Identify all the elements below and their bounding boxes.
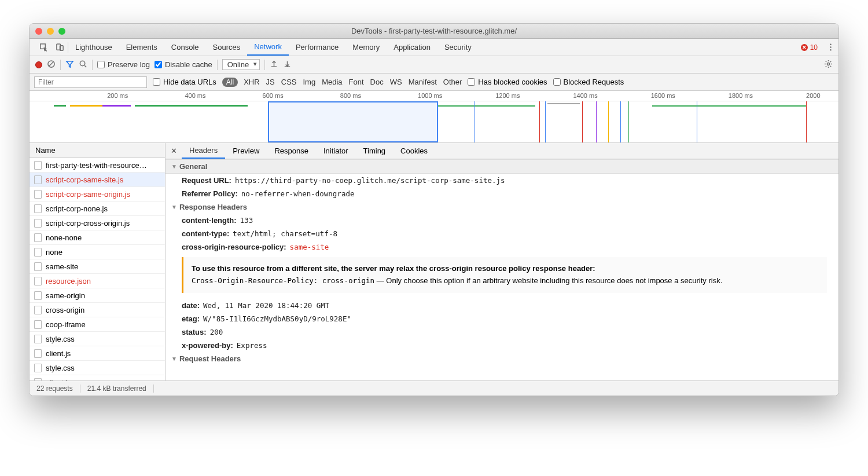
timeline-tick: 200 ms [107, 92, 128, 99]
titlebar: DevTools - first-party-test-with-resourc… [30, 24, 838, 39]
request-row[interactable]: same-site [30, 259, 165, 274]
error-icon: ✕ [801, 44, 808, 51]
request-row[interactable]: same-origin [30, 288, 165, 303]
file-icon [34, 291, 42, 300]
request-row[interactable]: client.js [30, 346, 165, 361]
response-header-row: etag:W/"85-I1lI6GczMydbABS0yD/9roL928E" [165, 312, 838, 325]
type-filter-js[interactable]: JS [266, 78, 275, 86]
preserve-log-checkbox[interactable]: Preserve log [97, 60, 150, 69]
type-filter-xhr[interactable]: XHR [244, 78, 259, 86]
response-header-row: date:Wed, 11 Mar 2020 18:44:20 GMT [165, 299, 838, 312]
network-toolbar: Preserve log Disable cache Online [30, 56, 838, 74]
hide-data-urls-checkbox[interactable]: Hide data URLs [153, 78, 216, 86]
timeline-tick: 1600 ms [651, 92, 675, 99]
throttling-select[interactable]: Online [222, 59, 260, 70]
corp-hint: To use this resource from a different si… [182, 257, 827, 293]
detail-tab-initiator[interactable]: Initiator [316, 143, 356, 159]
request-row[interactable]: style.css [30, 361, 165, 375]
download-har-icon[interactable] [283, 60, 292, 70]
request-row[interactable]: script-corp-same-site.js [30, 173, 165, 187]
chevron-down-icon: ▼ [171, 163, 177, 170]
file-icon [34, 190, 42, 199]
main-toolbar: LighthouseElementsConsoleSourcesNetworkP… [30, 39, 838, 56]
kebab-menu-icon[interactable] [822, 43, 838, 52]
request-row[interactable]: script-corp-cross-origin.js [30, 216, 165, 230]
overview-timeline[interactable]: 200 ms400 ms600 ms800 ms1000 ms1200 ms14… [30, 91, 838, 143]
inspect-icon[interactable] [35, 43, 52, 52]
timeline-tick: 600 ms [263, 92, 284, 99]
svg-point-10 [827, 63, 829, 65]
file-icon [34, 320, 42, 329]
main-tab-security[interactable]: Security [437, 39, 479, 56]
name-column-header[interactable]: Name [30, 143, 165, 158]
request-row[interactable]: cross-origin [30, 303, 165, 317]
detail-tab-preview[interactable]: Preview [225, 143, 267, 159]
detail-body: ▼General Request URL:https://third-party… [165, 159, 838, 380]
request-row[interactable]: script-corp-none.js [30, 202, 165, 216]
has-blocked-cookies-checkbox[interactable]: Has blocked cookies [468, 78, 547, 86]
type-filter-img[interactable]: Img [303, 78, 315, 86]
detail-tab-timing[interactable]: Timing [356, 143, 393, 159]
main-tab-elements[interactable]: Elements [119, 39, 164, 56]
clear-icon[interactable] [47, 60, 56, 70]
search-icon[interactable] [79, 60, 87, 70]
record-button[interactable] [35, 61, 42, 68]
filter-icon[interactable] [65, 60, 74, 70]
type-filter-doc[interactable]: Doc [370, 78, 384, 86]
window-title: DevTools - first-party-test-with-resourc… [30, 27, 838, 35]
svg-line-7 [49, 61, 54, 66]
file-icon [34, 248, 42, 257]
disable-cache-checkbox[interactable]: Disable cache [155, 60, 212, 69]
detail-tab-response[interactable]: Response [267, 143, 316, 159]
type-filter-manifest[interactable]: Manifest [409, 78, 437, 86]
chevron-down-icon: ▼ [171, 356, 177, 362]
detail-tab-headers[interactable]: Headers [182, 143, 225, 159]
type-filter-font[interactable]: Font [349, 78, 364, 86]
timeline-tick: 1400 ms [573, 92, 597, 99]
main-tab-console[interactable]: Console [164, 39, 206, 56]
timeline-tick: 1200 ms [495, 92, 520, 99]
section-general[interactable]: ▼General [165, 159, 838, 174]
request-row[interactable]: client.js [30, 375, 165, 380]
request-row[interactable]: script-corp-same-origin.js [30, 187, 165, 202]
request-row[interactable]: style.css [30, 332, 165, 346]
request-row[interactable]: first-party-test-with-resource… [30, 158, 165, 173]
device-toggle-icon[interactable] [52, 43, 68, 52]
section-response-headers[interactable]: ▼Response Headers [165, 200, 838, 214]
main-tab-lighthouse[interactable]: Lighthouse [68, 39, 119, 56]
error-count: 10 [810, 43, 818, 52]
detail-tab-cookies[interactable]: Cookies [393, 143, 435, 159]
type-filter-other[interactable]: Other [443, 78, 462, 86]
file-icon [34, 219, 42, 228]
settings-gear-icon[interactable] [824, 60, 833, 70]
main-tab-application[interactable]: Application [387, 39, 437, 56]
filter-all-pill[interactable]: All [222, 78, 238, 87]
main-tab-performance[interactable]: Performance [289, 39, 345, 56]
close-detail-icon[interactable]: ✕ [165, 147, 182, 155]
response-header-row: x-powered-by:Express [165, 339, 838, 352]
kv-referrer-policy: Referrer Policy:no-referrer-when-downgra… [165, 187, 838, 200]
main-tab-memory[interactable]: Memory [345, 39, 387, 56]
chevron-down-icon: ▼ [171, 204, 177, 210]
blocked-requests-checkbox[interactable]: Blocked Requests [553, 78, 624, 86]
status-bar: 22 requests 21.4 kB transferred [30, 380, 838, 396]
section-request-headers[interactable]: ▼Request Headers [165, 352, 838, 365]
type-filter-css[interactable]: CSS [281, 78, 297, 86]
upload-har-icon[interactable] [270, 60, 278, 70]
devtools-window: DevTools - first-party-test-with-resourc… [29, 23, 839, 396]
file-icon [34, 277, 42, 285]
error-badge[interactable]: ✕ 10 [801, 43, 818, 52]
request-row[interactable]: coop-iframe [30, 317, 165, 332]
main-tab-sources[interactable]: Sources [206, 39, 248, 56]
request-row[interactable]: resource.json [30, 274, 165, 288]
main-tab-network[interactable]: Network [247, 39, 289, 56]
request-row[interactable]: none-none [30, 230, 165, 245]
type-filter-media[interactable]: Media [322, 78, 342, 86]
type-filter-ws[interactable]: WS [390, 78, 402, 86]
file-icon [34, 161, 42, 170]
kv-request-url: Request URL:https://third-party-no-coep.… [165, 174, 838, 187]
request-row[interactable]: none [30, 245, 165, 259]
detail-pane: ✕ HeadersPreviewResponseInitiatorTimingC… [165, 143, 838, 380]
filter-input[interactable] [34, 76, 147, 88]
file-icon [34, 306, 42, 314]
